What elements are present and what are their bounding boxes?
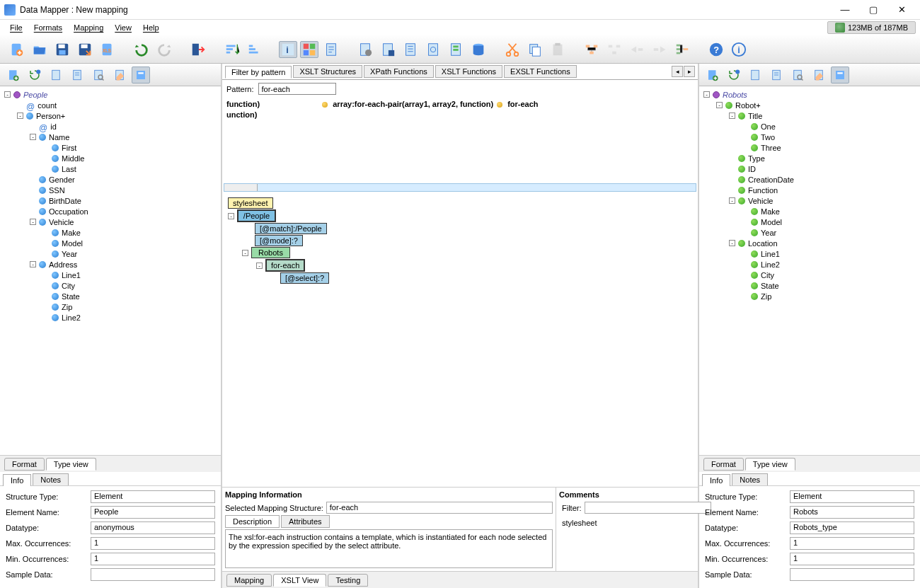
tree-node[interactable]: State [1, 291, 219, 301]
copy-button[interactable] [525, 40, 545, 59]
map-remove-button[interactable] [604, 40, 624, 59]
toggle-icon[interactable]: - [729, 113, 735, 119]
toggle-icon[interactable]: - [242, 250, 248, 256]
database-button[interactable] [468, 40, 488, 59]
tab-exslt-functions[interactable]: EXSLT Functions [504, 65, 577, 78]
target-tree[interactable]: -Robots-Robot+-TitleOneTwoThreeTypeIDCre… [699, 86, 920, 455]
toggle-icon[interactable]: - [30, 219, 36, 225]
filter-input[interactable] [585, 502, 711, 514]
tab-xslt-view[interactable]: XSLT View [273, 574, 326, 587]
map-add-button[interactable] [582, 40, 602, 59]
tab-description[interactable]: Description [225, 515, 280, 528]
save-as-button[interactable] [75, 40, 95, 59]
map-left-button[interactable] [627, 40, 647, 59]
tab-notes[interactable]: Notes [732, 473, 768, 485]
src-doc2-icon[interactable] [68, 67, 86, 83]
tree-node[interactable]: Gender [1, 174, 219, 185]
toggle-icon[interactable]: - [4, 91, 11, 98]
toggle-icon[interactable]: - [30, 261, 36, 267]
tree-node[interactable]: Two [701, 132, 919, 142]
src-doc1-icon[interactable] [47, 67, 65, 83]
toggle-icon[interactable]: - [729, 197, 735, 204]
tab-format[interactable]: Format [4, 458, 45, 471]
tree-node[interactable]: @count [1, 100, 219, 110]
scrollbar-thumb[interactable] [224, 184, 258, 191]
tree-node[interactable]: Line2 [1, 312, 219, 323]
cut-button[interactable] [502, 40, 522, 59]
menu-mapping[interactable]: Mapping [68, 22, 109, 33]
minimize-button[interactable]: — [831, 0, 859, 20]
src-view-icon[interactable] [132, 67, 150, 83]
pattern-input[interactable] [258, 83, 336, 95]
tree-node[interactable]: -Vehicle [1, 217, 219, 227]
tree-node[interactable]: Occupation [1, 206, 219, 217]
tgt-doc1-icon[interactable] [746, 67, 764, 83]
tab-info[interactable]: Info [702, 474, 730, 486]
tree-node[interactable]: State [701, 280, 919, 291]
doc-save-button[interactable] [378, 40, 398, 59]
tree-node[interactable]: Zip [1, 301, 219, 312]
menu-formats[interactable]: Formats [28, 22, 68, 33]
tab-mapping[interactable]: Mapping [226, 574, 272, 587]
tree-node[interactable]: ID [701, 163, 919, 174]
tree-node[interactable]: Line1 [1, 270, 219, 280]
tree-node[interactable]: First [1, 142, 219, 153]
maximize-button[interactable]: ▢ [859, 0, 887, 20]
open-button[interactable] [30, 40, 50, 59]
toggle-icon[interactable]: - [716, 102, 723, 108]
map-list-button[interactable] [672, 40, 692, 59]
tree-node[interactable]: Line1 [701, 248, 919, 259]
src-find-icon[interactable] [89, 67, 108, 83]
help-button[interactable]: ? [706, 40, 726, 59]
tgt-view-icon[interactable] [831, 67, 849, 83]
horizontal-scrollbar[interactable] [224, 183, 696, 192]
undo-button[interactable] [132, 40, 151, 59]
doc-struct-button[interactable] [446, 40, 466, 59]
exit-button[interactable] [188, 40, 208, 59]
node-people[interactable]: /People [237, 209, 276, 222]
doc-list-button[interactable] [401, 40, 420, 59]
node-select[interactable]: [@select]:? [280, 272, 329, 284]
tree-node[interactable]: Zip [701, 291, 919, 301]
tgt-find-icon[interactable] [788, 67, 807, 83]
tree-node[interactable]: Year [1, 248, 219, 259]
menu-file[interactable]: File [4, 22, 28, 33]
tree-node[interactable]: City [701, 270, 919, 280]
tree-node[interactable]: Last [1, 163, 219, 174]
tab-testing[interactable]: Testing [328, 574, 368, 587]
tree-node[interactable]: Middle [1, 153, 219, 163]
map-right-button[interactable] [650, 40, 669, 59]
hint-foreach[interactable]: for-each [507, 100, 538, 108]
tgt-new-icon[interactable] [703, 67, 722, 83]
tree-node[interactable]: City [1, 280, 219, 291]
node-for-each[interactable]: for-each [265, 259, 305, 272]
tree-node[interactable]: Function [701, 185, 919, 195]
tree-node[interactable]: SSN [1, 185, 219, 195]
tab-xpath-functions[interactable]: XPath Functions [364, 65, 434, 78]
tree-node[interactable]: Model [1, 238, 219, 248]
tab-typeview[interactable]: Type view [745, 458, 795, 471]
tree-node[interactable]: -People [1, 89, 219, 100]
src-new-icon[interactable] [4, 67, 23, 83]
tab-filter-by-pattern[interactable]: Filter by pattern [225, 66, 292, 79]
menu-help[interactable]: Help [137, 22, 165, 33]
tree-node[interactable]: BirthDate [1, 195, 219, 206]
tab-notes[interactable]: Notes [33, 473, 69, 485]
tree-node[interactable]: -Title [701, 110, 919, 121]
new-button[interactable] [7, 40, 27, 59]
tree-node[interactable]: -Name [1, 132, 219, 142]
toggle-icon[interactable]: - [17, 113, 23, 119]
tree-node[interactable]: -Location [701, 238, 919, 248]
toggle-icon[interactable]: - [228, 213, 234, 219]
tree-node[interactable]: -Robots [701, 89, 919, 100]
menu-view[interactable]: View [109, 22, 137, 33]
toggle-icon[interactable]: - [30, 134, 36, 140]
comment-item[interactable]: stylesheet [560, 518, 694, 528]
doc1-button[interactable] [321, 40, 341, 59]
tgt-refresh-icon[interactable] [725, 67, 743, 83]
doc-gear-button[interactable] [355, 40, 375, 59]
mapping-canvas[interactable]: stylesheet -/People [@match]:/People [@m… [222, 193, 698, 487]
tree-node[interactable]: Year [701, 227, 919, 238]
tab-typeview[interactable]: Type view [46, 458, 96, 471]
paste-button[interactable] [548, 40, 568, 59]
